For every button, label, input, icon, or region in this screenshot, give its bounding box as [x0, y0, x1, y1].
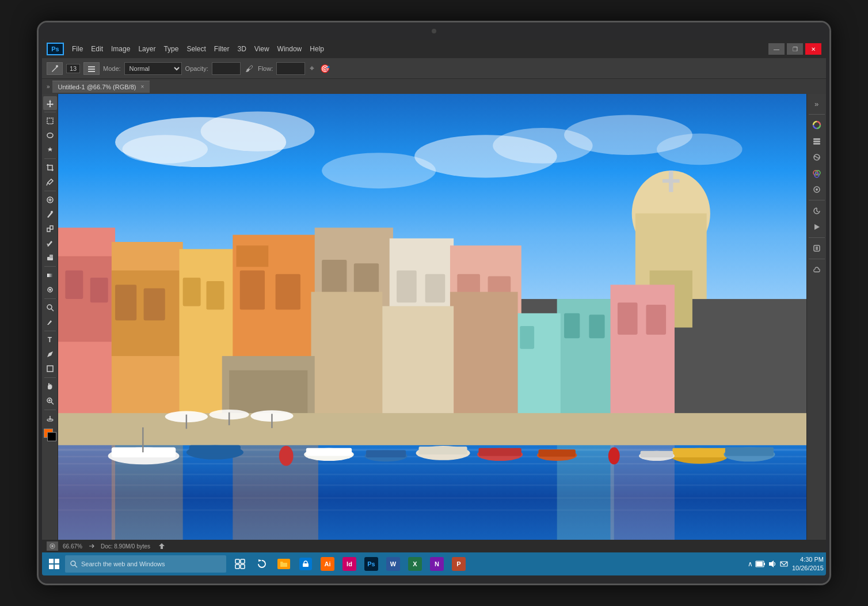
tool-separator: [44, 112, 56, 112]
tool-blur[interactable]: [43, 283, 57, 297]
menu-3d[interactable]: 3D: [234, 44, 249, 54]
svg-point-98: [279, 446, 294, 466]
panel-history[interactable]: [809, 203, 825, 218]
tool-clone-stamp[interactable]: [43, 222, 57, 236]
opacity-input[interactable]: 100%: [212, 62, 241, 75]
svg-rect-70: [520, 326, 534, 349]
svg-rect-68: [589, 315, 604, 338]
illustrator-button[interactable]: Ai: [317, 554, 338, 574]
flow-input[interactable]: 100%: [276, 62, 305, 75]
tool-pen[interactable]: [43, 315, 57, 329]
svg-rect-115: [641, 451, 673, 457]
file-explorer-button[interactable]: [273, 554, 294, 574]
right-panel-collapse[interactable]: »: [809, 96, 825, 111]
menu-image[interactable]: Image: [108, 44, 134, 54]
tool-hand[interactable]: [43, 380, 57, 393]
menu-window[interactable]: Window: [274, 44, 306, 54]
task-view-button[interactable]: [230, 554, 250, 574]
start-button[interactable]: [44, 554, 64, 574]
menu-view[interactable]: View: [251, 44, 273, 54]
menu-edit[interactable]: Edit: [87, 44, 106, 54]
tab-close-button[interactable]: ×: [140, 84, 144, 90]
svg-rect-147: [241, 559, 245, 563]
tab-collapse-button[interactable]: »: [47, 84, 50, 90]
menu-file[interactable]: File: [68, 44, 86, 54]
minimize-button[interactable]: —: [768, 43, 785, 55]
tool-gradient[interactable]: [43, 268, 57, 282]
svg-rect-1: [88, 66, 95, 67]
expand-icon[interactable]: ∧: [748, 560, 753, 568]
panel-creative-cloud[interactable]: [809, 262, 825, 277]
panel-color[interactable]: [809, 118, 825, 132]
excel-icon: X: [408, 557, 422, 571]
tool-marquee[interactable]: [43, 114, 57, 128]
word-button[interactable]: W: [383, 554, 403, 574]
share-icon[interactable]: [87, 541, 96, 551]
document-tab[interactable]: Untitled-1 @66.7% (RGB/8) ×: [52, 81, 150, 93]
refresh-icon[interactable]: [252, 554, 272, 574]
panel-info[interactable]: [809, 241, 825, 256]
panel-adjustments[interactable]: [809, 150, 825, 165]
svg-rect-125: [813, 143, 820, 145]
clock-time: 4:30 PM: [792, 555, 824, 564]
info-arrow-icon[interactable]: [157, 541, 166, 551]
tool-crop[interactable]: [43, 161, 57, 175]
close-button[interactable]: ✕: [805, 43, 821, 55]
excel-button[interactable]: X: [405, 554, 425, 574]
target-icon[interactable]: 🎯: [319, 63, 331, 74]
tablet-bottom-bar: [39, 579, 829, 584]
tool-move[interactable]: [43, 96, 57, 110]
svg-rect-61: [397, 271, 417, 303]
svg-rect-90: [233, 445, 318, 540]
tool-3d-rotate[interactable]: [43, 412, 57, 426]
tool-brush[interactable]: [43, 207, 57, 221]
taskbar-search[interactable]: Search the web and Windows: [65, 555, 226, 573]
zoom-level: 66.67%: [63, 543, 82, 550]
panel-actions[interactable]: [809, 219, 825, 234]
photoshop-button[interactable]: Ps: [361, 554, 382, 574]
brush-settings-button[interactable]: [83, 62, 100, 75]
menu-select[interactable]: Select: [183, 44, 209, 54]
tool-lasso[interactable]: [43, 128, 57, 142]
tool-history-brush[interactable]: [43, 236, 57, 250]
menu-layer[interactable]: Layer: [135, 44, 159, 54]
tool-separator-3: [44, 191, 56, 191]
foreground-color[interactable]: [44, 429, 56, 441]
svg-rect-17: [47, 274, 53, 277]
svg-point-30: [201, 111, 315, 151]
indesign-button[interactable]: Id: [339, 554, 360, 574]
maximize-button[interactable]: ❐: [787, 43, 803, 55]
tool-eyedropper[interactable]: [43, 175, 57, 189]
onenote-button[interactable]: N: [427, 554, 447, 574]
bg-color-swatch[interactable]: [47, 432, 56, 441]
tool-zoom-status[interactable]: [43, 301, 57, 315]
panel-layers[interactable]: [809, 134, 825, 149]
svg-rect-143: [55, 565, 59, 569]
svg-point-34: [322, 153, 436, 188]
brush-icon-button[interactable]: [47, 62, 63, 75]
volume-icon: [768, 560, 777, 568]
mode-select[interactable]: Normal Dissolve Multiply Screen: [124, 62, 182, 75]
menu-filter[interactable]: Filter: [211, 44, 233, 54]
powerpoint-button[interactable]: P: [448, 554, 469, 574]
panel-styles[interactable]: [809, 182, 825, 197]
sys-icons: ∧: [748, 560, 789, 568]
tool-eraser[interactable]: [43, 251, 57, 264]
tool-zoom[interactable]: [43, 394, 57, 408]
taskbar-time-display[interactable]: 4:30 PM 10/26/2015: [792, 555, 824, 573]
tool-magic-wand[interactable]: [43, 143, 57, 157]
menu-type[interactable]: Type: [160, 44, 182, 54]
store-button[interactable]: [295, 554, 316, 574]
tool-healing-brush[interactable]: [43, 193, 57, 207]
powerpoint-icon: P: [452, 557, 466, 571]
svg-point-113: [608, 448, 620, 465]
right-panel-separator-2: [809, 200, 825, 200]
panel-channels[interactable]: [809, 166, 825, 181]
menu-help[interactable]: Help: [306, 44, 328, 54]
tool-shape[interactable]: [43, 362, 57, 376]
airbrush-icon[interactable]: 🖌: [244, 63, 254, 74]
tool-type[interactable]: T: [43, 333, 57, 347]
smoothing-icon[interactable]: ⌖: [309, 62, 315, 74]
tool-path-select[interactable]: [43, 347, 57, 361]
camera-status-icon[interactable]: [47, 541, 58, 551]
